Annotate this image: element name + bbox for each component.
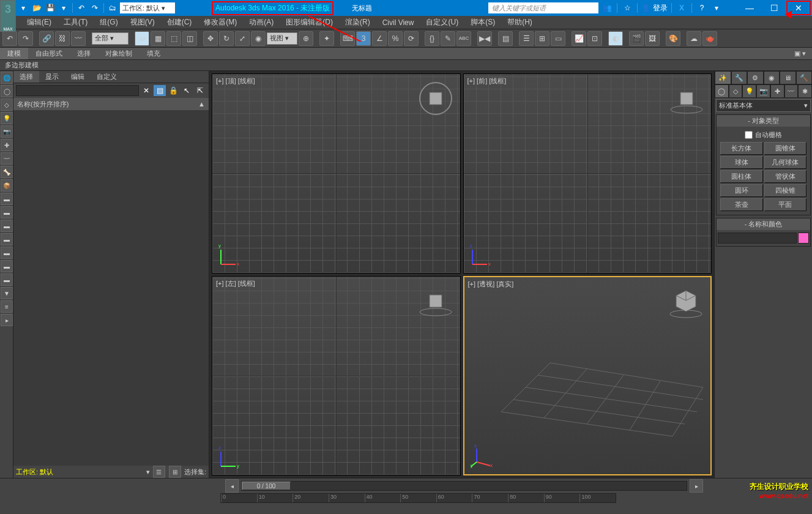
autodesk-360-button[interactable]: ☁ bbox=[687, 31, 701, 46]
link-button[interactable]: 🔗 bbox=[39, 31, 54, 46]
rollout-name-color[interactable]: - 名称和颜色 bbox=[717, 218, 810, 230]
scene-list[interactable] bbox=[13, 110, 209, 466]
save-icon[interactable]: 💾 bbox=[44, 2, 56, 13]
exchange-icon[interactable]: X bbox=[676, 2, 688, 13]
window-crossing-button[interactable]: ◫ bbox=[182, 31, 197, 46]
layers-button[interactable]: ☰ bbox=[519, 31, 534, 46]
save-as-icon[interactable]: ▾ bbox=[58, 2, 70, 13]
se-tab-custom[interactable]: 自定义 bbox=[91, 71, 123, 83]
pick-all-icon[interactable]: ⇱ bbox=[194, 85, 206, 96]
material-editor-button[interactable]: ◐ bbox=[608, 31, 623, 46]
workspace-dropdown[interactable]: 工作区: 默认 ▾ bbox=[120, 2, 175, 13]
menu-group[interactable]: 组(G) bbox=[97, 16, 120, 29]
obj-cone[interactable]: 圆锥体 bbox=[764, 142, 807, 155]
viewport-left-label[interactable]: [+] [左] [线框] bbox=[216, 279, 255, 288]
layers-button-small[interactable]: ☰ bbox=[153, 466, 165, 478]
redo-button[interactable]: ↷ bbox=[18, 31, 33, 46]
search-icon[interactable]: 👥 bbox=[601, 2, 613, 13]
viewcube-left[interactable] bbox=[417, 283, 454, 319]
placement-button[interactable]: ◉ bbox=[251, 31, 266, 46]
select-object-button[interactable]: ▱ bbox=[135, 31, 149, 46]
cmd-tab-modify[interactable]: 🔧 bbox=[731, 71, 748, 84]
next-key-button[interactable]: ▸ bbox=[690, 479, 703, 493]
obj-box[interactable]: 长方体 bbox=[720, 142, 763, 155]
named-selection-button[interactable]: {} bbox=[425, 31, 439, 46]
category-dropdown[interactable]: 标准基本体▾ bbox=[716, 99, 811, 112]
viewcube-perspective[interactable] bbox=[668, 283, 704, 320]
menu-civil[interactable]: Civil View bbox=[380, 17, 417, 28]
menu-tools[interactable]: 工具(T) bbox=[61, 16, 90, 29]
object-color-swatch[interactable] bbox=[798, 233, 809, 244]
ls-funnel-icon[interactable]: ▼ bbox=[1, 287, 13, 299]
time-ruler[interactable]: 0 10 20 30 40 50 60 70 80 90 100 bbox=[220, 493, 616, 503]
subcat-helpers[interactable]: ✚ bbox=[770, 84, 784, 98]
selection-filter-dropdown[interactable]: 全部 ▾ bbox=[92, 32, 129, 45]
undo-icon[interactable]: ↶ bbox=[75, 2, 88, 13]
ls-lights-icon[interactable]: 💡 bbox=[1, 112, 13, 124]
subcat-shapes[interactable]: ◇ bbox=[729, 84, 743, 98]
ls-filter5-icon[interactable]: ▬ bbox=[1, 247, 13, 259]
ls-cameras-icon[interactable]: 📷 bbox=[1, 125, 13, 138]
ls-container-icon[interactable]: 📦 bbox=[1, 179, 13, 192]
cmd-tab-create[interactable]: ✨ bbox=[715, 71, 731, 84]
se-tab-select[interactable]: 选择 bbox=[13, 71, 39, 83]
redo-icon[interactable]: ↷ bbox=[89, 2, 101, 13]
rollout-object-type[interactable]: - 对象类型 bbox=[717, 115, 810, 127]
se-tab-display[interactable]: 显示 bbox=[39, 71, 65, 83]
menu-edit[interactable]: 编辑(E) bbox=[24, 16, 54, 29]
time-slider-thumb[interactable]: 0 / 100 bbox=[242, 482, 291, 490]
viewport-top-label[interactable]: [+] [顶] [线框] bbox=[216, 76, 255, 86]
ls-world-icon[interactable]: 🌐 bbox=[1, 72, 13, 84]
ls-helpers-icon[interactable]: ✚ bbox=[1, 139, 13, 151]
help-icon[interactable]: ? bbox=[696, 2, 708, 13]
obj-torus[interactable]: 圆环 bbox=[720, 184, 763, 197]
select-by-name-button[interactable]: ▦ bbox=[151, 31, 165, 46]
view-mode-icon[interactable]: ▤ bbox=[154, 85, 166, 96]
autogrid-checkbox[interactable] bbox=[745, 131, 753, 139]
ls-filter4-icon[interactable]: ▬ bbox=[1, 233, 13, 245]
mirror-button[interactable]: ▶◀ bbox=[477, 31, 492, 46]
menu-script[interactable]: 脚本(S) bbox=[468, 16, 497, 29]
abc-button[interactable]: ABC bbox=[456, 31, 471, 46]
obj-pyramid[interactable]: 四棱锥 bbox=[764, 184, 807, 197]
ls-filter7-icon[interactable]: ▬ bbox=[1, 274, 13, 286]
ls-filter3-icon[interactable]: ▬ bbox=[1, 220, 13, 232]
viewcube-top[interactable] bbox=[417, 80, 454, 117]
viewport-perspective[interactable]: [+] [透视] [真实] zxy bbox=[463, 276, 712, 476]
prev-key-button[interactable]: ◂ bbox=[225, 479, 239, 493]
ribbon-tab-freeform[interactable]: 自由形式 bbox=[28, 48, 70, 59]
menu-modifiers[interactable]: 修改器(M) bbox=[201, 16, 239, 29]
ls-filter1-icon[interactable]: ▬ bbox=[1, 193, 13, 205]
ls-spacewarp-icon[interactable]: 〰 bbox=[1, 152, 13, 165]
search-input[interactable]: 键入关键字或短语 bbox=[488, 2, 598, 13]
edit-named-sel-button[interactable]: ✎ bbox=[441, 31, 455, 46]
pick-icon[interactable]: ↖ bbox=[181, 85, 193, 96]
time-slider[interactable]: 0 / 100 bbox=[241, 481, 687, 491]
rendered-frame-button[interactable]: 🖼 bbox=[645, 31, 660, 46]
scene-search-input[interactable] bbox=[16, 85, 139, 96]
obj-cylinder[interactable]: 圆柱体 bbox=[720, 170, 763, 183]
project-icon[interactable]: 🗂 bbox=[106, 2, 119, 13]
cmd-tab-utilities[interactable]: 🔨 bbox=[796, 71, 813, 84]
ls-sort-icon[interactable]: ≡ bbox=[1, 300, 13, 313]
viewcube-front[interactable] bbox=[668, 80, 705, 117]
ls-filter2-icon[interactable]: ▬ bbox=[1, 206, 13, 218]
curve-editor-button[interactable]: 📈 bbox=[572, 31, 586, 46]
spinner-snap-button[interactable]: ⟳ bbox=[404, 31, 419, 46]
maximize-button[interactable]: ☐ bbox=[762, 1, 786, 15]
unlink-button[interactable]: ⛓ bbox=[55, 31, 70, 46]
align-button[interactable]: ▤ bbox=[498, 31, 513, 46]
menu-animation[interactable]: 动画(A) bbox=[247, 16, 276, 29]
ribbon-tab-selection[interactable]: 选择 bbox=[70, 48, 98, 59]
se-tab-edit[interactable]: 编辑 bbox=[65, 71, 91, 83]
object-name-input[interactable] bbox=[718, 233, 797, 244]
cmd-tab-motion[interactable]: ◉ bbox=[764, 71, 780, 84]
minimize-button[interactable]: — bbox=[737, 1, 762, 15]
star-icon[interactable]: ☆ bbox=[621, 2, 633, 13]
cmd-tab-display[interactable]: 🖥 bbox=[780, 71, 796, 84]
ls-filter6-icon[interactable]: ▬ bbox=[1, 260, 13, 272]
ribbon-subtab[interactable]: 多边形建模 bbox=[0, 60, 812, 71]
ls-shapes-icon[interactable]: ◇ bbox=[1, 99, 13, 111]
login-button[interactable]: 👤 登录 bbox=[641, 3, 668, 13]
ribbon-tab-objpaint[interactable]: 对象绘制 bbox=[98, 48, 140, 59]
